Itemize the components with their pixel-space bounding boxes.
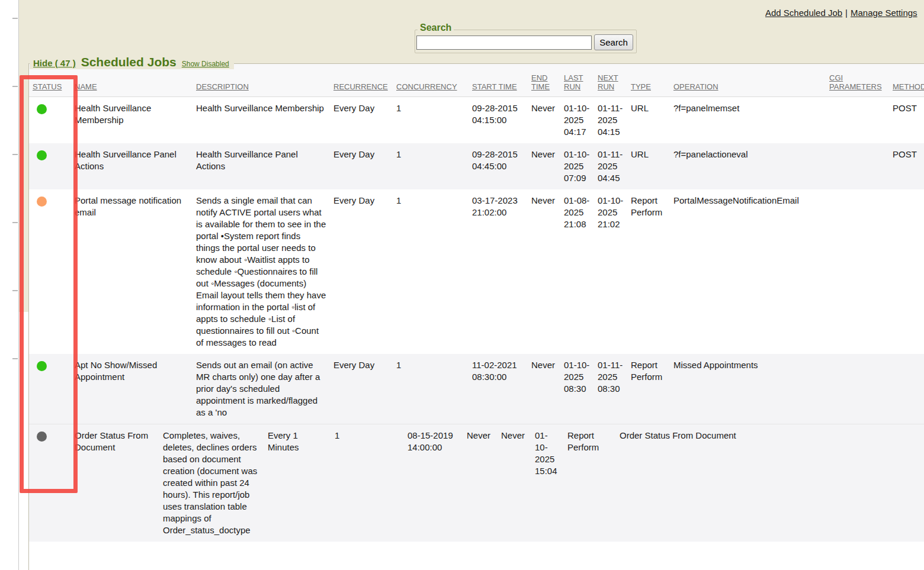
status-dot-orange [37, 197, 47, 207]
cell-name: Health Surveillance Membership [71, 97, 192, 144]
cell-next_run: 01-11-2025 08:30 [594, 354, 627, 424]
cell-end_time: Never [463, 424, 498, 542]
cell-type: Report Perform [564, 424, 616, 542]
gutter-tick [12, 86, 18, 87]
column-header-operation[interactable]: OPERATION [670, 64, 826, 97]
cell-recurrence: Every 1 Minutes [264, 424, 331, 542]
search-input[interactable] [416, 36, 592, 50]
gutter-tick [12, 222, 18, 223]
cell-method [889, 354, 924, 424]
page-title: Scheduled Jobs [81, 55, 177, 69]
table-row[interactable]: Health Surveillance MembershipHealth Sur… [29, 97, 924, 144]
table-row[interactable]: Apt No Show/Missed AppointmentSends out … [29, 354, 924, 424]
cell-method [889, 189, 924, 354]
jobs-table-narrow: Order Status From DocumentCompletes, wai… [29, 424, 924, 542]
jobs-table-main: STATUSNAMEDESCRIPTIONRECURRENCECONCURREN… [29, 64, 924, 424]
cell-recurrence: Every Day [330, 97, 393, 144]
manage-settings-link[interactable]: Manage Settings [851, 8, 917, 18]
status-cell [29, 189, 71, 354]
cell-concurrency: 1 [331, 424, 404, 542]
cell-last_run: 01-08-2025 21:08 [560, 189, 594, 354]
gutter-tick [12, 154, 18, 155]
show-disabled-link[interactable]: Show Disabled [182, 60, 229, 68]
status-dot-green [37, 150, 47, 160]
cell-method: POST [889, 143, 924, 189]
cell-cgi_parameters [826, 97, 889, 144]
gutter-tick [12, 290, 18, 291]
cell-name: Order Status From Document [71, 424, 159, 542]
cell-operation: Order Status From Document [616, 424, 829, 542]
column-header-start-time[interactable]: START TIME [469, 64, 528, 97]
cell-description: Health Surveillance Membership [192, 97, 330, 144]
cell-next_run: 01-11-2025 04:45 [594, 143, 627, 189]
column-header-type[interactable]: TYPE [627, 64, 670, 97]
column-header-recurrence[interactable]: RECURRENCE [330, 64, 393, 97]
cell-next_run: 01-11-2025 04:15 [594, 97, 627, 144]
status-dot-green [37, 104, 47, 114]
status-cell [29, 354, 71, 424]
table-row[interactable]: Portal message notification emailSends a… [29, 189, 924, 354]
cell-last_run: 01-10-2025 08:30 [560, 354, 594, 424]
column-header-end-time[interactable]: END TIME [528, 64, 560, 97]
cell-type: Report Perform [627, 189, 670, 354]
cell-operation: Missed Appointments [670, 354, 826, 424]
cell-start_time: 08-15-2019 14:00:00 [404, 424, 463, 542]
cell-method [887, 424, 924, 542]
cell-next_run: 01-10-2025 21:02 [594, 189, 627, 354]
status-cell [29, 424, 71, 542]
table-row[interactable]: Order Status From DocumentCompletes, wai… [29, 424, 924, 542]
hide-count-link[interactable]: Hide ( 47 ) [33, 58, 76, 68]
cell-operation: ?f=panelactioneval [670, 143, 826, 189]
cell-recurrence: Every Day [330, 189, 393, 354]
cell-name: Portal message notification email [71, 189, 192, 354]
column-header-last-run[interactable]: LAST RUN [560, 64, 594, 97]
cell-name: Apt No Show/Missed Appointment [71, 354, 192, 424]
cell-type: URL [627, 143, 670, 189]
gutter-tick [12, 358, 18, 359]
scheduled-jobs-panel: STATUSNAMEDESCRIPTIONRECURRENCECONCURREN… [28, 63, 924, 570]
status-dot-gray [37, 431, 47, 442]
cell-last_run: Never [498, 424, 531, 542]
cell-recurrence: Every Day [330, 143, 393, 189]
top-action-links: Add Scheduled Job|Manage Settings [765, 8, 917, 18]
cell-start_time: 11-02-2021 08:30:00 [469, 354, 528, 424]
cell-start_time: 09-28-2015 04:15:00 [469, 97, 528, 144]
table-row[interactable]: Health Surveillance Panel ActionsHealth … [29, 143, 924, 189]
column-header-method[interactable]: METHOD [889, 64, 924, 97]
cell-recurrence: Every Day [330, 354, 393, 424]
cell-type: Report Perform [627, 354, 670, 424]
cell-description: Sends a single email that can notify ACT… [192, 189, 330, 354]
gutter-patch [19, 312, 28, 570]
column-header-next-run[interactable]: NEXT RUN [594, 64, 627, 97]
left-gutter [0, 0, 19, 570]
cell-end_time: Never [528, 189, 560, 354]
cell-operation: PortalMessageNotificationEmail [670, 189, 826, 354]
cell-cgi_parameters [826, 143, 889, 189]
cell-end_time: Never [528, 97, 560, 144]
cell-cgi_parameters [826, 354, 889, 424]
link-separator: | [842, 8, 851, 18]
cell-name: Health Surveillance Panel Actions [71, 143, 192, 189]
status-cell [29, 97, 71, 144]
cell-concurrency: 1 [393, 97, 469, 144]
gutter-tick [12, 18, 18, 19]
cell-description: Health Surveillance Panel Actions [192, 143, 330, 189]
cell-cgi_parameters [826, 189, 889, 354]
search-legend: Search [418, 22, 454, 33]
column-header-cgi-parameters[interactable]: CGI PARAMETERS [826, 64, 889, 97]
search-fieldset: Search Search [415, 30, 637, 53]
cell-description: Completes, waives, deletes, declines ord… [159, 424, 264, 542]
cell-next_run: 01-10-2025 15:04 [531, 424, 564, 542]
cell-concurrency: 1 [393, 143, 469, 189]
cell-last_run: 01-10-2025 07:09 [560, 143, 594, 189]
column-header-concurrency[interactable]: CONCURRENCY [393, 64, 469, 97]
add-scheduled-job-link[interactable]: Add Scheduled Job [765, 8, 842, 18]
cell-operation: ?f=panelmemset [670, 97, 826, 144]
cell-description: Sends out an email (on active MR charts … [192, 354, 330, 424]
jobs-panel-legend: Hide ( 47 ) Scheduled Jobs Show Disabled [30, 55, 234, 69]
search-button[interactable]: Search [594, 34, 633, 50]
cell-type: URL [627, 97, 670, 144]
cell-end_time: Never [528, 143, 560, 189]
cell-end_time: Never [528, 354, 560, 424]
status-dot-green [37, 361, 47, 371]
